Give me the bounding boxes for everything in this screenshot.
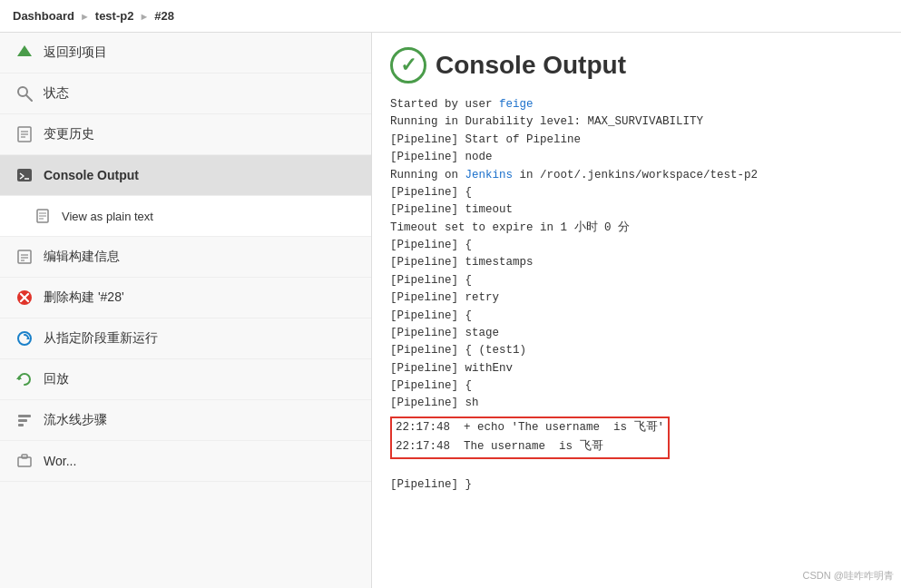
sidebar-item-changes-label: 变更历史 bbox=[44, 126, 94, 142]
sidebar-item-changes[interactable]: 变更历史 bbox=[0, 114, 371, 155]
log-user-link[interactable]: feige bbox=[499, 98, 534, 111]
watermark: CSDN @哇咋咋明青 bbox=[803, 569, 894, 583]
sidebar-item-delete-build-label: 删除构建 '#28' bbox=[44, 289, 124, 306]
svg-rect-13 bbox=[18, 250, 31, 263]
sidebar-item-pipeline-steps-label: 流水线步骤 bbox=[44, 412, 107, 428]
sidebar-item-status[interactable]: 状态 bbox=[0, 74, 371, 114]
sidebar-item-replay[interactable]: 回放 bbox=[0, 359, 371, 400]
sidebar-item-restart-from-stage-label: 从指定阶段重新运行 bbox=[44, 330, 158, 347]
sidebar-item-back-to-project[interactable]: 返回到项目 bbox=[0, 33, 371, 74]
log-jenkins-link[interactable]: Jenkins bbox=[465, 169, 514, 181]
sidebar-item-view-plain-text[interactable]: View as plain text bbox=[0, 196, 371, 237]
console-log: Started by user feige Running in Durabil… bbox=[390, 96, 883, 494]
svg-rect-27 bbox=[22, 455, 27, 458]
breadcrumb-project[interactable]: test-p2 bbox=[95, 9, 134, 23]
restart-icon bbox=[15, 328, 34, 348]
doc-icon bbox=[33, 206, 53, 226]
content-area: ✓ Console Output Started by user feige R… bbox=[372, 33, 901, 588]
sidebar-item-view-plain-text-label: View as plain text bbox=[62, 210, 153, 223]
terminal-icon bbox=[15, 165, 34, 185]
svg-marker-0 bbox=[17, 45, 32, 56]
success-check-icon: ✓ bbox=[390, 47, 426, 83]
sidebar-item-back-to-project-label: 返回到项目 bbox=[44, 44, 107, 61]
sidebar-item-replay-label: 回放 bbox=[44, 371, 69, 387]
svg-marker-21 bbox=[26, 337, 30, 339]
sidebar-item-restart-from-stage[interactable]: 从指定阶段重新运行 bbox=[0, 318, 371, 359]
sidebar-item-delete-build[interactable]: 删除构建 '#28' bbox=[0, 278, 371, 318]
svg-rect-25 bbox=[18, 424, 24, 426]
workspace-icon bbox=[15, 451, 34, 471]
sidebar-item-edit-build-info-label: 编辑构建信息 bbox=[44, 249, 120, 265]
svg-rect-24 bbox=[18, 419, 27, 422]
breadcrumb-dashboard[interactable]: Dashboard bbox=[13, 9, 74, 23]
replay-icon bbox=[15, 369, 34, 389]
edit-icon bbox=[15, 247, 34, 267]
breadcrumb-sep1: ► bbox=[80, 11, 90, 22]
delete-icon bbox=[15, 288, 34, 308]
breadcrumb-build[interactable]: #28 bbox=[154, 9, 174, 23]
sidebar-item-edit-build-info[interactable]: 编辑构建信息 bbox=[0, 237, 371, 278]
sidebar-item-workspaces[interactable]: Wor... bbox=[0, 441, 371, 482]
breadcrumb: Dashboard ► test-p2 ► #28 bbox=[0, 0, 901, 33]
svg-line-2 bbox=[26, 95, 32, 101]
console-heading: Console Output bbox=[436, 51, 626, 80]
console-title: ✓ Console Output bbox=[390, 47, 883, 83]
arrow-up-icon bbox=[15, 43, 34, 63]
log-started-by: Started by user feige Running in Durabil… bbox=[390, 98, 758, 409]
search-icon bbox=[15, 83, 34, 103]
sidebar-item-pipeline-steps[interactable]: 流水线步骤 bbox=[0, 400, 371, 441]
breadcrumb-sep2: ► bbox=[139, 11, 149, 22]
log-after: [Pipeline] } bbox=[390, 478, 472, 491]
steps-icon bbox=[15, 410, 34, 430]
sidebar-item-console-output-label: Console Output bbox=[44, 168, 139, 182]
highlighted-line-1: 22:17:48 + echo 'The username is 飞哥' bbox=[392, 418, 668, 437]
sidebar: 返回到项目 状态 变更历史 bbox=[0, 33, 372, 588]
sidebar-item-console-output[interactable]: Console Output bbox=[0, 155, 371, 196]
file-icon bbox=[15, 124, 34, 144]
highlighted-output-box: 22:17:48 + echo 'The username is 飞哥'22:1… bbox=[390, 416, 670, 459]
sidebar-item-status-label: 状态 bbox=[44, 85, 69, 102]
highlighted-line-2: 22:17:48 The username is 飞哥 bbox=[392, 437, 668, 456]
svg-rect-7 bbox=[17, 169, 32, 181]
sidebar-item-workspaces-label: Wor... bbox=[44, 454, 76, 468]
svg-rect-23 bbox=[18, 415, 31, 417]
